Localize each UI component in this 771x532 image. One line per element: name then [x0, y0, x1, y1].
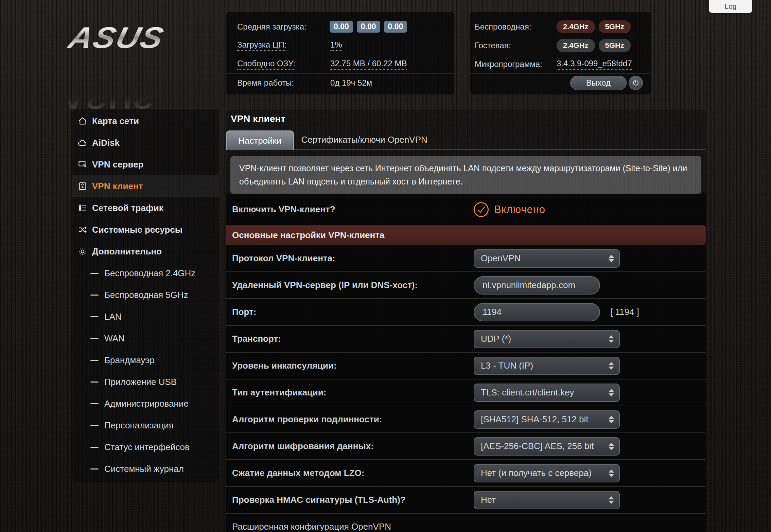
sidebar-subitem-wireless-5[interactable]: Беспроводная 5GHz — [72, 284, 219, 306]
advanced-config-label: Расширенная конфигурация OpenVPN — [232, 521, 391, 532]
select-arrows-icon — [609, 389, 614, 396]
select-arrows-icon — [609, 416, 614, 423]
uptime-label: Время работы: — [237, 78, 294, 88]
sidebar-subitem-lan[interactable]: LAN — [72, 306, 219, 327]
dash-icon — [90, 360, 99, 361]
select-arrows-icon — [609, 469, 614, 477]
main-settings-section-header: Основные настройки VPN-клиента — [226, 225, 706, 245]
transport-select[interactable]: UDP (*) — [474, 330, 620, 348]
load-badge-2: 0.00 — [357, 21, 380, 33]
guest-24ghz-badge[interactable]: 2.4GHz — [557, 39, 595, 52]
wireless-24ghz-badge[interactable]: 2.4GHz — [557, 20, 595, 33]
sidebar-subitem-usb-app[interactable]: Приложение USB — [72, 371, 219, 393]
sidebar-item-aidisk[interactable]: AiDisk — [72, 132, 219, 154]
asus-logo-text: ASUS — [65, 20, 168, 55]
protocol-select[interactable]: OpenVPN — [474, 249, 620, 268]
cpu-load-row: Загрузка ЦП: 1% — [226, 36, 454, 55]
dash-icon — [90, 425, 99, 426]
reboot-button[interactable] — [629, 76, 643, 90]
firmware-label: Микропрограмма: — [475, 59, 542, 69]
home-icon — [77, 116, 88, 126]
cipher-row: Алгоритм шифрования данных: [AES-256-CBC… — [226, 432, 706, 459]
protocol-label: Протокол VPN-клиента: — [232, 253, 335, 264]
tab-bar: Настройки Сертификаты/ключи OpenVPN — [226, 130, 706, 150]
port-default-hint: [ 1194 ] — [610, 307, 639, 317]
guest-label: Гостевая: — [475, 41, 511, 50]
auth-digest-row: Алгоритм проверки подлинности: [SHA512] … — [226, 406, 706, 432]
port-input[interactable] — [474, 303, 600, 321]
guest-5ghz-badge[interactable]: 5GHz — [599, 39, 631, 52]
free-ram-label[interactable]: Свободно ОЗУ: — [237, 59, 295, 70]
auth-digest-select[interactable]: [SHA512] SHA-512, 512 bit — [474, 410, 620, 429]
logout-row: Выход — [470, 73, 651, 92]
lzo-row: Сжатие данных методом LZO: Нет (и получа… — [226, 459, 706, 486]
sidebar-subitem-wireless-24[interactable]: Беспроводная 2.4GHz — [72, 262, 219, 284]
hmac-row: Проверка HMAC сигнатуры (TLS-Auth)? Нет — [226, 486, 706, 513]
wireless-5ghz-badge[interactable]: 5GHz — [599, 20, 631, 33]
enabled-toggle[interactable] — [474, 202, 489, 217]
free-ram-row: Свободно ОЗУ: 32.75 MB / 60.22 MB — [226, 55, 454, 73]
auth-type-select[interactable]: TLS: client.crt/client.key — [474, 384, 620, 402]
cpu-load-label[interactable]: Загрузка ЦП: — [237, 40, 286, 51]
traffic-list-icon — [77, 203, 88, 213]
sidebar-nav: Карта сети AiDisk VPN сервер — [72, 109, 219, 482]
transport-row: Транспорт: UDP (*) — [226, 325, 706, 352]
sidebar-subitem-wan[interactable]: WAN — [72, 327, 219, 349]
system-status-panel: Средняя загрузка: 0.00 0.00 0.00 Загрузк… — [226, 12, 454, 94]
vpn-client-form: Включить VPN-клиент? Включено Основные н… — [226, 194, 706, 532]
main-content: VPN клиент Настройки Сертификаты/ключи O… — [226, 109, 706, 532]
guest-badges: 2.4GHz 5GHz — [557, 39, 631, 52]
sidebar-subitem-firewall[interactable]: Брандмауэр — [72, 349, 219, 371]
sidebar-subitem-personalization[interactable]: Персонализация — [72, 414, 219, 436]
log-button[interactable]: Log — [709, 0, 752, 13]
check-icon — [475, 204, 487, 215]
sidebar-subitem-interface-status[interactable]: Статус интерфейсов — [72, 436, 219, 458]
firmware-row: Микропрограмма: 3.4.3.9-099_e58fdd7 — [470, 55, 651, 73]
advanced-config-row: Расширенная конфигурация OpenVPN — [226, 513, 706, 532]
port-label: Порт: — [232, 307, 257, 317]
free-ram-value[interactable]: 32.75 MB / 60.22 MB — [330, 59, 407, 70]
sidebar-item-network-map[interactable]: Карта сети — [72, 110, 219, 132]
hmac-select[interactable]: Нет — [474, 491, 620, 509]
cpu-load-value[interactable]: 1% — [330, 40, 342, 51]
cipher-select[interactable]: [AES-256-CBC] AES, 256 bit — [474, 437, 620, 456]
dash-icon — [90, 316, 99, 317]
auth-type-row: Тип аутентификации: TLS: client.crt/clie… — [226, 379, 706, 406]
lzo-select[interactable]: Нет (и получать с сервера) — [474, 464, 620, 482]
select-arrows-icon — [609, 255, 614, 262]
sidebar-subitem-system-log[interactable]: Системный журнал — [72, 458, 219, 480]
vpn-client-description: VPN-клиент позволяет через сеть Интернет… — [230, 156, 701, 194]
vpn-server-icon — [77, 159, 88, 170]
encapsulation-select[interactable]: L3 - TUN (IP) — [474, 357, 620, 375]
load-badges: 0.00 0.00 0.00 — [330, 21, 407, 33]
sidebar-subitem-administration[interactable]: Администрирование — [72, 393, 219, 414]
sidebar-item-system-resources[interactable]: Системные ресурсы — [72, 219, 219, 241]
tab-settings[interactable]: Настройки — [226, 130, 294, 150]
enable-vpn-row: Включить VPN-клиент? Включено — [226, 194, 706, 225]
power-icon — [632, 79, 640, 87]
sidebar-item-vpn-server[interactable]: VPN сервер — [72, 154, 219, 175]
load-badge-1: 0.00 — [330, 21, 353, 33]
auth-digest-label: Алгоритм проверки подлинности: — [232, 414, 382, 425]
sidebar-item-advanced[interactable]: Дополнительно — [72, 241, 219, 262]
remote-server-input[interactable] — [474, 276, 600, 295]
avg-load-row: Средняя загрузка: 0.00 0.00 0.00 — [226, 17, 454, 36]
remote-server-label: Удаленный VPN-сервер (IP или DNS-хост): — [232, 280, 418, 290]
select-arrows-icon — [609, 335, 614, 343]
logout-button[interactable]: Выход — [570, 76, 627, 90]
firmware-version-link[interactable]: 3.4.3.9-099_e58fdd7 — [557, 59, 632, 70]
uptime-value: 0д 19ч 52м — [330, 78, 372, 88]
protocol-row: Протокол VPN-клиента: OpenVPN — [226, 245, 706, 271]
sidebar-item-network-traffic[interactable]: Сетевой трафик — [72, 197, 219, 219]
shuffle-icon — [77, 225, 88, 235]
dash-icon — [90, 447, 99, 448]
dash-icon — [90, 273, 99, 274]
tab-openvpn-keys[interactable]: Сертификаты/ключи OpenVPN — [294, 130, 439, 149]
dash-icon — [90, 382, 99, 383]
router-admin-page: ASUS ASUS Log Средняя загрузка: 0.00 0.0… — [0, 0, 771, 532]
lzo-label: Сжатие данных методом LZO: — [232, 468, 364, 478]
cipher-label: Алгоритм шифрования данных: — [232, 441, 374, 451]
remote-server-row: Удаленный VPN-сервер (IP или DNS-хост): — [226, 271, 706, 298]
sidebar-item-vpn-client[interactable]: VPN клиент — [72, 175, 219, 197]
port-row: Порт: [ 1194 ] — [226, 298, 706, 325]
